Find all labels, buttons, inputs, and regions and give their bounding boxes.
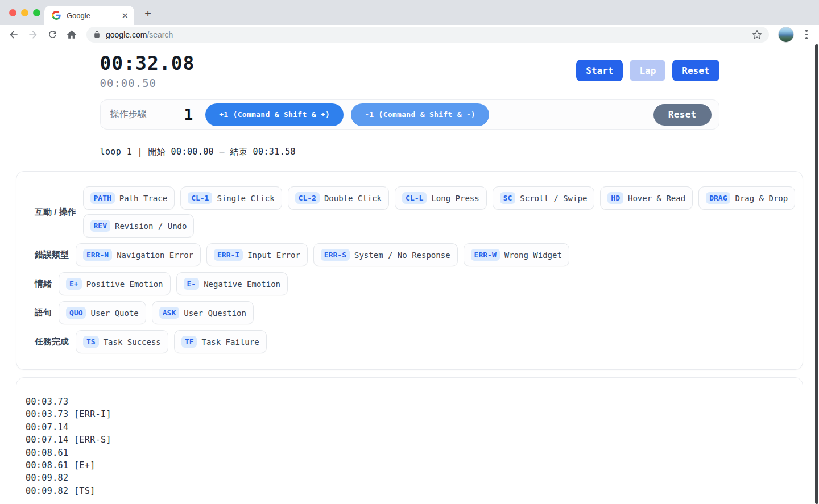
tag-label: Wrong Widget [504,251,562,260]
tag-code-badge: TF [181,336,197,348]
tag-button[interactable]: CL-1 Single Click [180,186,282,210]
stopwatch-reset-button[interactable]: Reset [672,60,719,81]
tag-button[interactable]: REV Revision / Undo [83,214,195,238]
profile-avatar[interactable] [778,27,794,43]
page-scrollbar[interactable] [815,44,818,504]
tag-label: User Question [184,309,246,318]
minimize-window-button[interactable] [21,9,28,16]
section-divider [100,139,719,139]
steps-increment-button[interactable]: +1 (Command & Shift & +) [205,103,344,126]
home-icon[interactable] [64,27,80,43]
tag-button[interactable]: ERR-N Navigation Error [76,243,201,266]
tag-button[interactable]: HD Hover & Read [600,186,693,210]
stopwatch-buttons: Start Lap Reset [576,60,719,81]
tag-group-label: 任務完成 [35,336,69,347]
log-line: 00:08.61 [E+] [26,459,793,472]
zoom-window-button[interactable] [33,9,40,16]
tag-label: Navigation Error [117,251,193,260]
tag-label: Task Failure [201,338,259,347]
bookmark-star-icon[interactable] [752,30,762,40]
browser-menu-icon[interactable] [800,28,813,41]
tag-line: QUO User Quote ASK User Question [59,301,254,324]
tag-group: 情緒 E+ Positive Emotion E- Negative Emoti… [26,272,795,295]
address-bar[interactable]: google.com/search [86,27,769,43]
tag-button[interactable]: TS Task Success [76,330,168,353]
start-button[interactable]: Start [576,60,623,81]
tag-button[interactable]: E- Negative Emotion [176,272,288,295]
tag-button[interactable]: TF Task Failure [174,330,267,353]
tab-close-icon[interactable]: ✕ [121,11,129,20]
tag-group-lines: QUO User Quote ASK User Question [59,301,254,324]
close-window-button[interactable] [9,9,16,16]
window-controls [9,9,40,16]
tag-label: Task Success [104,338,161,347]
tag-label: Drag & Drop [735,194,788,203]
tag-button[interactable]: CL-2 Double Click [288,186,389,210]
tag-group-label: 情緒 [35,278,52,289]
tag-label: Double Click [324,194,382,203]
tag-button[interactable]: SC Scroll / Swipe [493,186,595,210]
tag-button[interactable]: ERR-W Wrong Widget [464,243,569,266]
tag-button[interactable]: ERR-S System / No Response [313,243,458,266]
tag-group-lines: TS Task Success TF Task Failure [76,330,267,353]
stopwatch-display: 00:32.08 00:00.50 [100,52,195,89]
loop-summary: loop 1 | 開始 00:00.00 – 結束 00:31.58 [100,147,719,157]
tag-button[interactable]: DRAG Drag & Drop [698,186,795,210]
back-icon[interactable] [6,27,22,43]
reload-icon[interactable] [44,27,60,43]
tag-code-badge: ERR-I [214,249,243,261]
tag-button[interactable]: E+ Positive Emotion [59,272,171,295]
tag-group: 語句 QUO User Quote ASK User Question [26,301,795,324]
tag-code-badge: TS [83,336,99,348]
tag-group: 錯誤類型 ERR-N Navigation Error ERR-I Input … [26,243,795,266]
tag-panel: 互動 / 操作 PATH Path Trace CL-1 Single Clic… [16,171,803,370]
tag-code-badge: ERR-N [83,249,112,261]
log-line: 00:09.82 [TS] [26,485,793,497]
event-log-card: 00:03.7300:03.73 [ERR-I]00:07.1400:07.14… [16,377,803,504]
tag-code-badge: PATH [90,192,115,204]
tag-group-lines: E+ Positive Emotion E- Negative Emotion [59,272,288,295]
tag-code-badge: ERR-W [471,249,500,261]
log-line: 00:03.73 [ERR-I] [26,408,793,420]
stopwatch-section: 00:32.08 00:00.50 Start Lap Reset [100,52,719,89]
tag-button[interactable]: QUO User Quote [59,301,146,324]
tag-label: System / No Response [354,251,450,260]
browser-tab-bar: Google ✕ + [0,0,819,25]
tag-button[interactable]: CL-L Long Press [395,186,487,210]
tag-line: E+ Positive Emotion E- Negative Emotion [59,272,288,295]
tag-label: Scroll / Swipe [520,194,587,203]
steps-decrement-button[interactable]: -1 (Command & Shift & -) [351,103,489,126]
url-host: google.com [106,30,147,39]
tag-button[interactable]: ASK User Question [152,301,254,324]
tag-line: ERR-N Navigation Error ERR-I Input Error… [76,243,569,266]
steps-reset-button[interactable]: Reset [653,104,712,126]
new-tab-button[interactable]: + [141,7,155,20]
tag-group-lines: ERR-N Navigation Error ERR-I Input Error… [76,243,569,266]
tag-code-badge: REV [90,220,110,232]
steps-label: 操作步驟 [110,109,147,120]
tag-label: Input Error [247,251,300,260]
url-path: /search [147,30,173,39]
tag-label: Hover & Read [628,194,685,203]
steps-counter-card: 操作步驟 1 +1 (Command & Shift & +) -1 (Comm… [100,99,719,130]
tag-line: REV Revision / Undo [83,214,796,238]
tag-button[interactable]: ERR-I Input Error [206,243,308,266]
tag-button[interactable]: PATH Path Trace [83,186,175,210]
tag-code-badge: E- [184,278,200,290]
tag-code-badge: CL-1 [188,192,212,204]
browser-tab[interactable]: Google ✕ [44,6,134,25]
log-line: 00:08.61 [26,447,793,459]
log-line: 00:09.82 [26,472,793,484]
tag-label: User Quote [90,309,138,318]
page-content: 00:32.08 00:00.50 Start Lap Reset 操作步驟 1… [0,44,819,504]
log-line: 00:07.14 [ERR-S] [26,434,793,446]
forward-icon[interactable] [25,27,41,43]
lap-button[interactable]: Lap [630,60,665,81]
tag-label: Single Click [217,194,274,203]
tag-line: TS Task Success TF Task Failure [76,330,267,353]
log-lines: 00:03.7300:03.73 [ERR-I]00:07.1400:07.14… [26,395,793,497]
google-favicon-icon [52,11,61,20]
tag-group-label: 互動 / 操作 [35,207,76,218]
log-line: 00:07.14 [26,421,793,434]
tag-label: Long Press [431,194,479,203]
